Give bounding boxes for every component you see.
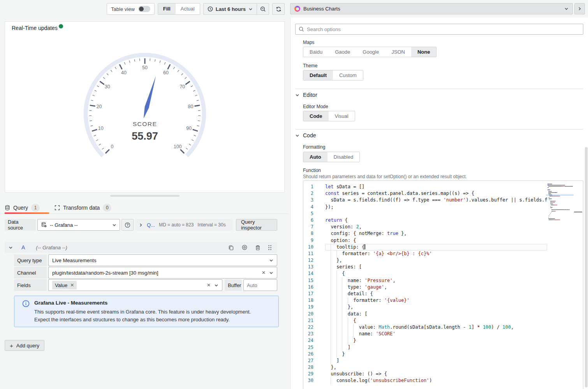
svg-text:40: 40 [121, 70, 127, 75]
code-line: 16type: 'gauge', [303, 284, 547, 291]
collapse-options-button[interactable] [574, 3, 585, 14]
duplicate-query-icon[interactable] [228, 245, 234, 251]
formatting-label: Formatting [303, 144, 325, 150]
code-line: 1let sData = [] [303, 184, 547, 190]
clear-icon[interactable]: ✕ [262, 270, 266, 275]
svg-text:10: 10 [98, 126, 104, 131]
clear-icon[interactable]: ✕ [207, 282, 211, 288]
code-editor[interactable]: 1let sData = []2const series = context.p… [303, 180, 583, 389]
editor-section-title: Editor [303, 92, 317, 98]
query-count-badge: 1 [31, 204, 40, 212]
maps-radio-group: BaiduGaodeGoogleJSONNone [303, 47, 437, 57]
drag-handle-icon[interactable] [268, 245, 272, 251]
plus-icon: + [10, 342, 13, 349]
radio-option-custom[interactable]: Custom [333, 70, 363, 80]
page-scrollbar[interactable] [585, 147, 588, 387]
refresh-button[interactable] [272, 3, 285, 15]
visualization-select[interactable]: Business Charts [290, 3, 573, 14]
radio-option-google[interactable]: Google [356, 47, 385, 57]
datasource-select[interactable]: -- Grafana -- [37, 219, 120, 231]
collapsed-query-summary[interactable]: Q... MD = auto = 823 Interval = 30s [135, 219, 233, 231]
formatting-radio-group: AutoDisabled [303, 152, 360, 162]
fill-option[interactable]: Fill [158, 4, 176, 14]
code-line: 14{ [303, 270, 547, 277]
radio-option-json[interactable]: JSON [385, 47, 411, 57]
channel-select[interactable]: plugin/testdata/random-2s-stream [30 msg… [48, 267, 277, 279]
table-view-toggle-group: Table view [107, 3, 155, 15]
fields-multiselect[interactable]: Value ✕ ✕ [48, 279, 222, 291]
query-a-header[interactable]: A (-- Grafana --) [5, 242, 277, 253]
delete-query-trash-icon[interactable] [255, 245, 261, 251]
code-line: 3sData = s.fields.find((f) => f.type ===… [303, 197, 547, 203]
chevron-down-icon [269, 271, 273, 275]
tab-transform-data[interactable]: Transform data 0 [55, 202, 111, 214]
zoom-out-button[interactable] [257, 3, 269, 15]
svg-text:90: 90 [186, 126, 192, 131]
actual-option[interactable]: Actual [176, 4, 200, 14]
tab-query-label: Query [13, 205, 28, 211]
radio-option-visual[interactable]: Visual [329, 111, 355, 121]
query-datasource-hint: (-- Grafana --) [36, 245, 223, 251]
search-icon [299, 26, 304, 32]
query-action-icons [228, 244, 272, 251]
time-range-label: Last 6 hours [216, 6, 246, 12]
transform-count-badge: 0 [103, 204, 111, 212]
radio-option-auto[interactable]: Auto [303, 152, 327, 162]
panel-title[interactable]: Real-Time updates [9, 23, 61, 33]
chevron-down-icon [295, 93, 299, 97]
theme-radio-group: DefaultCustom [303, 70, 363, 81]
code-line: 9option: { [303, 237, 547, 244]
chevron-down-icon [214, 283, 218, 287]
radio-option-code[interactable]: Code [303, 111, 329, 121]
datasource-label: Data source [5, 219, 36, 231]
search-input[interactable] [307, 26, 580, 32]
gauge-needle [144, 76, 156, 119]
code-line: 10tooltip: { [303, 244, 547, 251]
add-query-button[interactable]: + Add query [5, 340, 44, 351]
code-line: 18formatter: '{value}' [303, 297, 547, 304]
overview-ruler-cursor-marker [574, 212, 582, 212]
options-search [295, 24, 583, 35]
radio-option-gaode[interactable]: Gaode [329, 47, 356, 57]
radio-option-default[interactable]: Default [303, 70, 333, 80]
alert-line2: Expect the interfaces and structures to … [34, 317, 230, 322]
code-line: 13series: [ [303, 264, 547, 270]
radio-option-baidu[interactable]: Baidu [303, 47, 329, 57]
table-view-label: Table view [111, 6, 135, 12]
query-type-value: Live Measurements [52, 258, 269, 263]
code-line: 12}, [303, 257, 547, 264]
code-minimap[interactable] [548, 183, 573, 221]
field-chip-value[interactable]: Value ✕ [52, 281, 77, 289]
radio-option-none[interactable]: None [411, 47, 437, 57]
chevron-right-icon [577, 7, 582, 11]
buffer-input[interactable] [247, 282, 274, 288]
maps-label: Maps [303, 40, 314, 45]
panel-resize-handle[interactable] [110, 195, 180, 197]
table-view-switch[interactable] [138, 6, 150, 12]
code-line: 8config: { notMerge: true }, [303, 230, 547, 237]
time-range-button[interactable]: Last 6 hours [203, 3, 257, 15]
stat-interval: Interval = 30s [197, 222, 225, 228]
collapsed-query-ref: Q... [147, 222, 155, 228]
channel-value: plugin/testdata/random-2s-stream [30 msg… [52, 270, 262, 276]
remove-field-icon[interactable]: ✕ [70, 282, 74, 288]
code-section-header[interactable]: Code [295, 132, 316, 138]
svg-text:0: 0 [111, 144, 113, 149]
field-chip-label: Value [55, 282, 67, 288]
visualization-name: Business Charts [303, 6, 561, 12]
panel-toolbar: Table view Fill Actual Last 6 hours [0, 3, 285, 15]
editor-section-header[interactable]: Editor [295, 92, 317, 98]
channel-label: Channel [14, 267, 47, 279]
chevron-down-icon [248, 7, 253, 11]
query-type-select[interactable]: Live Measurements [48, 254, 277, 266]
radio-option-disabled[interactable]: Disabled [327, 152, 360, 162]
svg-text:70: 70 [180, 84, 185, 89]
add-query-label: Add query [16, 343, 39, 349]
code-line: 17detail: { [303, 291, 547, 297]
gauge-svg: 0102030405060708090100SCORE55.97 [55, 36, 234, 192]
grafana-live-alert: Grafana Live - Measurements This support… [14, 296, 279, 327]
query-inspector-button[interactable]: Query inspector [236, 219, 277, 231]
datasource-help-button[interactable] [121, 219, 134, 231]
buffer-label: Buffer [225, 279, 242, 291]
disable-query-eye-icon[interactable] [241, 244, 248, 251]
